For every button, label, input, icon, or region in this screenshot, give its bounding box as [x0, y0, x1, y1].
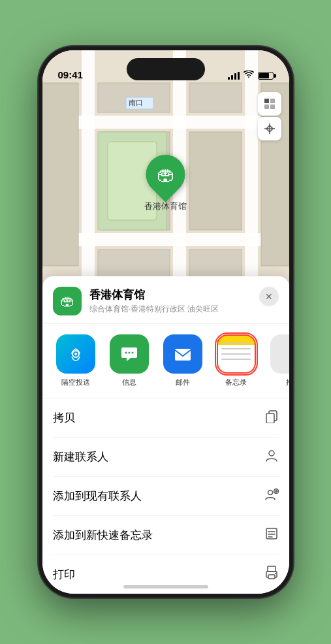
wifi-icon	[244, 71, 254, 80]
location-header: 🏟 香港体育馆 综合体育馆·香港特别行政区 油尖旺区 ✕	[42, 276, 289, 324]
share-row: 隔空投送 信息	[42, 324, 289, 398]
phone-screen: 09:41	[42, 50, 289, 594]
svg-point-43	[275, 573, 276, 574]
action-row-quick-note[interactable]: 添加到新快速备忘录	[53, 516, 279, 555]
svg-rect-19	[264, 99, 269, 103]
map-controls	[258, 92, 281, 140]
svg-rect-20	[270, 99, 275, 103]
svg-point-24	[74, 353, 77, 355]
svg-rect-21	[264, 105, 269, 109]
pin-label: 香港体育馆	[144, 201, 187, 212]
signal-icon	[228, 72, 240, 80]
svg-point-26	[128, 352, 130, 354]
svg-rect-30	[266, 413, 274, 423]
action-row-add-contact[interactable]: 添加到现有联系人	[53, 477, 279, 516]
mail-icon	[163, 334, 202, 374]
svg-point-32	[268, 491, 272, 495]
print-icon	[264, 566, 279, 583]
location-description: 综合体育馆·香港特别行政区 油尖旺区	[89, 304, 279, 315]
pin-circle: 🏟	[138, 147, 193, 202]
add-contact-icon	[264, 487, 279, 505]
quick-note-icon	[264, 526, 279, 544]
messages-icon	[110, 334, 149, 374]
airdrop-label: 隔空投送	[61, 378, 90, 387]
location-button[interactable]	[258, 117, 281, 140]
more-label: 推	[286, 378, 289, 387]
action-row-new-contact[interactable]: 新建联系人	[53, 438, 279, 477]
svg-text:南口: 南口	[129, 99, 143, 106]
new-contact-label: 新建联系人	[53, 449, 108, 464]
copy-icon	[264, 409, 279, 427]
svg-rect-28	[175, 349, 191, 361]
action-list: 拷贝 新建联系人	[42, 398, 289, 594]
stadium-pin: 🏟 香港体育馆	[144, 155, 187, 212]
quick-note-label: 添加到新快速备忘录	[53, 528, 153, 543]
svg-rect-10	[189, 132, 242, 230]
location-info: 香港体育馆 综合体育馆·香港特别行政区 油尖旺区	[89, 287, 279, 315]
share-item-airdrop[interactable]: 隔空投送	[53, 334, 99, 387]
location-icon: 🏟	[53, 287, 82, 315]
location-name: 香港体育馆	[89, 287, 279, 302]
stadium-venue-icon: 🏟	[60, 293, 74, 310]
new-contact-icon	[264, 448, 279, 466]
messages-label: 信息	[122, 378, 136, 387]
notes-label: 备忘录	[225, 378, 247, 387]
stadium-icon: 🏟	[157, 164, 175, 185]
bottom-sheet: 🏟 香港体育馆 综合体育馆·香港特别行政区 油尖旺区 ✕	[42, 276, 289, 594]
map-view-button[interactable]	[258, 92, 281, 116]
battery-icon	[258, 72, 274, 80]
svg-point-27	[131, 352, 133, 354]
dynamic-island	[127, 58, 205, 80]
notes-icon	[217, 334, 256, 374]
svg-rect-15	[42, 83, 78, 266]
svg-rect-9	[189, 83, 242, 112]
more-icon	[270, 334, 289, 374]
share-item-mail[interactable]: 邮件	[160, 334, 206, 387]
mail-label: 邮件	[176, 378, 190, 387]
add-contact-label: 添加到现有联系人	[53, 489, 142, 504]
copy-label: 拷贝	[53, 410, 75, 425]
svg-rect-42	[268, 575, 275, 579]
action-row-copy[interactable]: 拷贝	[53, 398, 279, 438]
print-label: 打印	[53, 567, 75, 582]
status-icons	[228, 71, 274, 80]
svg-point-31	[269, 451, 274, 456]
airdrop-icon	[56, 334, 95, 374]
svg-rect-22	[270, 105, 275, 109]
phone-frame: 09:41	[39, 46, 293, 598]
svg-rect-40	[268, 566, 276, 572]
share-item-messages[interactable]: 信息	[106, 334, 152, 387]
close-button[interactable]: ✕	[259, 287, 279, 306]
share-item-notes[interactable]: 备忘录	[213, 334, 259, 387]
svg-point-25	[125, 352, 127, 354]
home-indicator	[123, 585, 208, 588]
share-item-more[interactable]: 推	[267, 334, 289, 387]
status-time: 09:41	[58, 69, 83, 80]
